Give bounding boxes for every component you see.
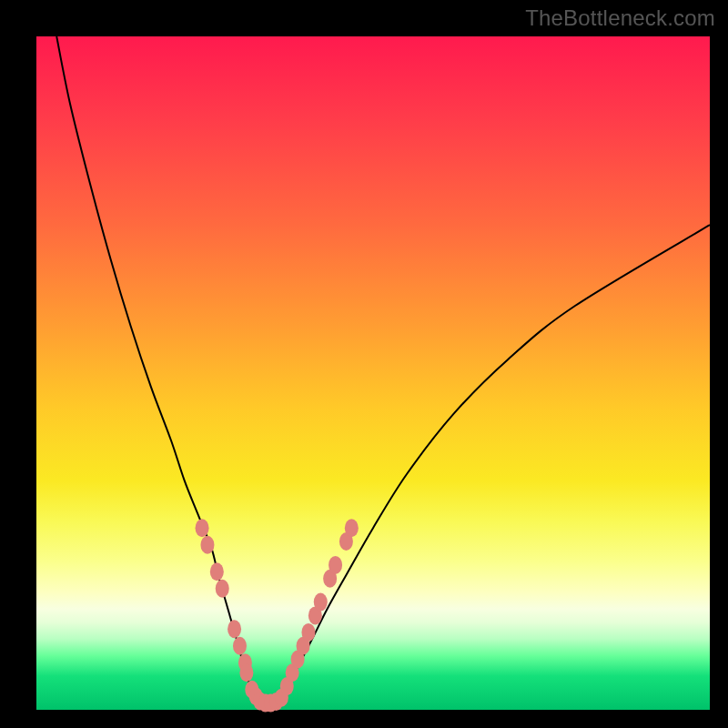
chart-frame: TheBottleneck.com: [0, 0, 728, 728]
curve-marker: [239, 663, 253, 682]
curve-marker: [200, 536, 214, 554]
curve-left-branch: [56, 36, 255, 696]
curve-marker: [314, 593, 328, 612]
chart-svg: [36, 36, 710, 710]
curve-marker: [196, 519, 209, 537]
curve-marker: [301, 623, 315, 642]
curve-right-branch: [281, 225, 710, 696]
watermark-text: TheBottleneck.com: [525, 5, 715, 31]
curve-marker: [345, 519, 359, 537]
curve-marker: [216, 580, 229, 598]
curve-marker: [329, 556, 342, 574]
curve-marker: [228, 620, 241, 638]
curve-layer: [56, 36, 710, 703]
curve-marker: [210, 562, 224, 581]
marker-layer: [196, 519, 359, 712]
curve-marker: [233, 637, 247, 655]
